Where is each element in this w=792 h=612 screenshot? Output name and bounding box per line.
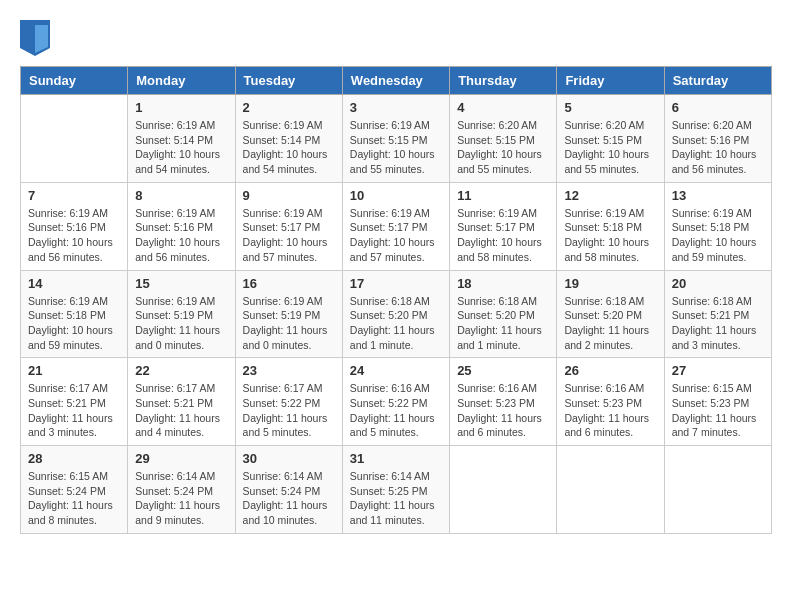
day-number: 7 — [28, 188, 120, 203]
day-number: 5 — [564, 100, 656, 115]
calendar-table: SundayMondayTuesdayWednesdayThursdayFrid… — [20, 66, 772, 534]
column-header-thursday: Thursday — [450, 67, 557, 95]
day-number: 14 — [28, 276, 120, 291]
calendar-cell: 11Sunrise: 6:19 AMSunset: 5:17 PMDayligh… — [450, 182, 557, 270]
day-info: Sunrise: 6:19 AMSunset: 5:17 PMDaylight:… — [457, 206, 549, 265]
day-info: Sunrise: 6:20 AMSunset: 5:15 PMDaylight:… — [457, 118, 549, 177]
day-info: Sunrise: 6:16 AMSunset: 5:23 PMDaylight:… — [457, 381, 549, 440]
day-info: Sunrise: 6:14 AMSunset: 5:24 PMDaylight:… — [243, 469, 335, 528]
page-header — [20, 20, 772, 56]
day-info: Sunrise: 6:19 AMSunset: 5:14 PMDaylight:… — [243, 118, 335, 177]
day-number: 19 — [564, 276, 656, 291]
day-info: Sunrise: 6:19 AMSunset: 5:17 PMDaylight:… — [243, 206, 335, 265]
calendar-cell: 22Sunrise: 6:17 AMSunset: 5:21 PMDayligh… — [128, 358, 235, 446]
day-info: Sunrise: 6:19 AMSunset: 5:17 PMDaylight:… — [350, 206, 442, 265]
calendar-cell: 17Sunrise: 6:18 AMSunset: 5:20 PMDayligh… — [342, 270, 449, 358]
calendar-cell: 16Sunrise: 6:19 AMSunset: 5:19 PMDayligh… — [235, 270, 342, 358]
day-info: Sunrise: 6:19 AMSunset: 5:18 PMDaylight:… — [564, 206, 656, 265]
calendar-cell: 19Sunrise: 6:18 AMSunset: 5:20 PMDayligh… — [557, 270, 664, 358]
calendar-cell: 13Sunrise: 6:19 AMSunset: 5:18 PMDayligh… — [664, 182, 771, 270]
day-info: Sunrise: 6:19 AMSunset: 5:19 PMDaylight:… — [135, 294, 227, 353]
day-number: 12 — [564, 188, 656, 203]
day-number: 16 — [243, 276, 335, 291]
calendar-cell — [450, 446, 557, 534]
day-info: Sunrise: 6:15 AMSunset: 5:24 PMDaylight:… — [28, 469, 120, 528]
day-info: Sunrise: 6:17 AMSunset: 5:21 PMDaylight:… — [28, 381, 120, 440]
day-info: Sunrise: 6:20 AMSunset: 5:16 PMDaylight:… — [672, 118, 764, 177]
day-number: 8 — [135, 188, 227, 203]
calendar-cell — [557, 446, 664, 534]
day-number: 15 — [135, 276, 227, 291]
day-info: Sunrise: 6:19 AMSunset: 5:16 PMDaylight:… — [28, 206, 120, 265]
day-number: 6 — [672, 100, 764, 115]
week-row-2: 7Sunrise: 6:19 AMSunset: 5:16 PMDaylight… — [21, 182, 772, 270]
day-info: Sunrise: 6:17 AMSunset: 5:21 PMDaylight:… — [135, 381, 227, 440]
calendar-cell: 21Sunrise: 6:17 AMSunset: 5:21 PMDayligh… — [21, 358, 128, 446]
day-number: 25 — [457, 363, 549, 378]
day-info: Sunrise: 6:16 AMSunset: 5:23 PMDaylight:… — [564, 381, 656, 440]
calendar-cell: 14Sunrise: 6:19 AMSunset: 5:18 PMDayligh… — [21, 270, 128, 358]
day-number: 30 — [243, 451, 335, 466]
day-number: 9 — [243, 188, 335, 203]
calendar-cell: 26Sunrise: 6:16 AMSunset: 5:23 PMDayligh… — [557, 358, 664, 446]
calendar-cell: 27Sunrise: 6:15 AMSunset: 5:23 PMDayligh… — [664, 358, 771, 446]
day-info: Sunrise: 6:14 AMSunset: 5:25 PMDaylight:… — [350, 469, 442, 528]
calendar-cell: 4Sunrise: 6:20 AMSunset: 5:15 PMDaylight… — [450, 95, 557, 183]
column-header-saturday: Saturday — [664, 67, 771, 95]
day-number: 22 — [135, 363, 227, 378]
calendar-cell — [21, 95, 128, 183]
day-info: Sunrise: 6:19 AMSunset: 5:16 PMDaylight:… — [135, 206, 227, 265]
column-header-tuesday: Tuesday — [235, 67, 342, 95]
day-info: Sunrise: 6:14 AMSunset: 5:24 PMDaylight:… — [135, 469, 227, 528]
calendar-cell — [664, 446, 771, 534]
column-header-wednesday: Wednesday — [342, 67, 449, 95]
day-number: 31 — [350, 451, 442, 466]
calendar-header: SundayMondayTuesdayWednesdayThursdayFrid… — [21, 67, 772, 95]
calendar-cell: 2Sunrise: 6:19 AMSunset: 5:14 PMDaylight… — [235, 95, 342, 183]
calendar-cell: 23Sunrise: 6:17 AMSunset: 5:22 PMDayligh… — [235, 358, 342, 446]
calendar-cell: 1Sunrise: 6:19 AMSunset: 5:14 PMDaylight… — [128, 95, 235, 183]
calendar-cell: 15Sunrise: 6:19 AMSunset: 5:19 PMDayligh… — [128, 270, 235, 358]
day-number: 11 — [457, 188, 549, 203]
calendar-cell: 18Sunrise: 6:18 AMSunset: 5:20 PMDayligh… — [450, 270, 557, 358]
week-row-4: 21Sunrise: 6:17 AMSunset: 5:21 PMDayligh… — [21, 358, 772, 446]
calendar-cell: 31Sunrise: 6:14 AMSunset: 5:25 PMDayligh… — [342, 446, 449, 534]
calendar-cell: 28Sunrise: 6:15 AMSunset: 5:24 PMDayligh… — [21, 446, 128, 534]
day-info: Sunrise: 6:15 AMSunset: 5:23 PMDaylight:… — [672, 381, 764, 440]
day-number: 23 — [243, 363, 335, 378]
day-number: 24 — [350, 363, 442, 378]
day-info: Sunrise: 6:20 AMSunset: 5:15 PMDaylight:… — [564, 118, 656, 177]
day-info: Sunrise: 6:19 AMSunset: 5:18 PMDaylight:… — [672, 206, 764, 265]
day-number: 29 — [135, 451, 227, 466]
day-number: 17 — [350, 276, 442, 291]
day-number: 1 — [135, 100, 227, 115]
week-row-3: 14Sunrise: 6:19 AMSunset: 5:18 PMDayligh… — [21, 270, 772, 358]
calendar-cell: 3Sunrise: 6:19 AMSunset: 5:15 PMDaylight… — [342, 95, 449, 183]
calendar-cell: 30Sunrise: 6:14 AMSunset: 5:24 PMDayligh… — [235, 446, 342, 534]
day-number: 20 — [672, 276, 764, 291]
day-number: 3 — [350, 100, 442, 115]
calendar-cell: 29Sunrise: 6:14 AMSunset: 5:24 PMDayligh… — [128, 446, 235, 534]
day-number: 4 — [457, 100, 549, 115]
day-info: Sunrise: 6:19 AMSunset: 5:15 PMDaylight:… — [350, 118, 442, 177]
calendar-cell: 10Sunrise: 6:19 AMSunset: 5:17 PMDayligh… — [342, 182, 449, 270]
calendar-cell: 24Sunrise: 6:16 AMSunset: 5:22 PMDayligh… — [342, 358, 449, 446]
general-blue-logo-icon — [20, 20, 50, 56]
logo — [20, 20, 54, 56]
day-number: 10 — [350, 188, 442, 203]
day-number: 27 — [672, 363, 764, 378]
day-number: 28 — [28, 451, 120, 466]
day-number: 26 — [564, 363, 656, 378]
calendar-cell: 6Sunrise: 6:20 AMSunset: 5:16 PMDaylight… — [664, 95, 771, 183]
day-info: Sunrise: 6:19 AMSunset: 5:19 PMDaylight:… — [243, 294, 335, 353]
day-headers-row: SundayMondayTuesdayWednesdayThursdayFrid… — [21, 67, 772, 95]
day-info: Sunrise: 6:18 AMSunset: 5:20 PMDaylight:… — [564, 294, 656, 353]
day-info: Sunrise: 6:18 AMSunset: 5:21 PMDaylight:… — [672, 294, 764, 353]
day-number: 18 — [457, 276, 549, 291]
calendar-cell: 12Sunrise: 6:19 AMSunset: 5:18 PMDayligh… — [557, 182, 664, 270]
day-number: 21 — [28, 363, 120, 378]
calendar-cell: 7Sunrise: 6:19 AMSunset: 5:16 PMDaylight… — [21, 182, 128, 270]
calendar-cell: 8Sunrise: 6:19 AMSunset: 5:16 PMDaylight… — [128, 182, 235, 270]
day-number: 13 — [672, 188, 764, 203]
column-header-monday: Monday — [128, 67, 235, 95]
